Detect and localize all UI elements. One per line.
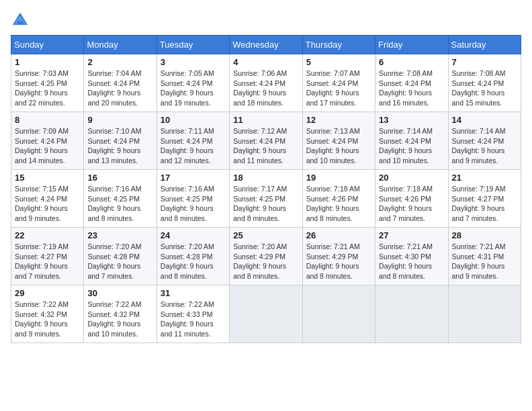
daylight-label: Daylight: 9 hours and 9 minutes. <box>15 320 68 338</box>
daylight-label: Daylight: 9 hours and 8 minutes. <box>306 204 359 222</box>
sunset-label: Sunset: 4:26 PM <box>306 195 359 203</box>
calendar-cell: 7 Sunrise: 7:08 AM Sunset: 4:24 PM Dayli… <box>448 54 521 112</box>
daylight-label: Daylight: 9 hours and 8 minutes. <box>233 262 286 280</box>
sunset-label: Sunset: 4:31 PM <box>452 253 504 261</box>
weekday-row: SundayMondayTuesdayWednesdayThursdayFrid… <box>11 36 521 54</box>
sunset-label: Sunset: 4:25 PM <box>233 195 285 203</box>
sunset-label: Sunset: 4:24 PM <box>306 79 359 87</box>
calendar-cell: 14 Sunrise: 7:14 AM Sunset: 4:24 PM Dayl… <box>448 112 521 170</box>
sunrise-label: Sunrise: 7:18 AM <box>306 185 360 193</box>
daylight-label: Daylight: 9 hours and 20 minutes. <box>87 89 140 107</box>
sunrise-label: Sunrise: 7:20 AM <box>87 242 141 250</box>
calendar-body: 1 Sunrise: 7:03 AM Sunset: 4:25 PM Dayli… <box>11 54 521 343</box>
day-number: 30 <box>87 288 152 298</box>
sunrise-label: Sunrise: 7:06 AM <box>233 69 287 77</box>
calendar-header: SundayMondayTuesdayWednesdayThursdayFrid… <box>11 36 521 54</box>
sunrise-label: Sunrise: 7:12 AM <box>233 127 287 135</box>
day-number: 1 <box>15 57 80 67</box>
day-number: 12 <box>306 115 371 125</box>
sunset-label: Sunset: 4:24 PM <box>452 137 504 145</box>
sunrise-label: Sunrise: 7:15 AM <box>15 185 69 193</box>
weekday-header-saturday: Saturday <box>448 36 521 54</box>
day-number: 8 <box>15 115 80 125</box>
sunrise-label: Sunrise: 7:16 AM <box>161 185 214 193</box>
daylight-label: Daylight: 9 hours and 11 minutes. <box>233 146 286 165</box>
sunset-label: Sunset: 4:24 PM <box>379 137 431 145</box>
daylight-label: Daylight: 9 hours and 8 minutes. <box>87 204 140 222</box>
day-number: 19 <box>306 173 371 183</box>
day-number: 27 <box>379 230 444 240</box>
day-detail: Sunrise: 7:20 AM Sunset: 4:28 PM Dayligh… <box>161 242 226 281</box>
day-detail: Sunrise: 7:18 AM Sunset: 4:26 PM Dayligh… <box>379 184 444 224</box>
calendar-week-3: 15 Sunrise: 7:15 AM Sunset: 4:24 PM Dayl… <box>11 170 521 228</box>
day-number: 7 <box>452 57 517 67</box>
calendar-table: SundayMondayTuesdayWednesdayThursdayFrid… <box>11 35 521 343</box>
calendar-cell: 5 Sunrise: 7:07 AM Sunset: 4:24 PM Dayli… <box>302 54 375 112</box>
calendar-cell: 6 Sunrise: 7:08 AM Sunset: 4:24 PM Dayli… <box>375 54 448 112</box>
sunset-label: Sunset: 4:25 PM <box>15 79 67 87</box>
sunrise-label: Sunrise: 7:20 AM <box>161 242 214 250</box>
calendar-week-4: 22 Sunrise: 7:19 AM Sunset: 4:27 PM Dayl… <box>11 228 521 285</box>
calendar-cell: 27 Sunrise: 7:21 AM Sunset: 4:30 PM Dayl… <box>375 228 448 285</box>
day-detail: Sunrise: 7:18 AM Sunset: 4:26 PM Dayligh… <box>306 184 371 224</box>
sunset-label: Sunset: 4:27 PM <box>15 253 67 261</box>
calendar-cell: 23 Sunrise: 7:20 AM Sunset: 4:28 PM Dayl… <box>84 228 157 285</box>
daylight-label: Daylight: 9 hours and 10 minutes. <box>87 320 140 338</box>
day-detail: Sunrise: 7:14 AM Sunset: 4:24 PM Dayligh… <box>379 126 444 166</box>
day-detail: Sunrise: 7:16 AM Sunset: 4:25 PM Dayligh… <box>87 184 152 224</box>
daylight-label: Daylight: 9 hours and 16 minutes. <box>379 89 432 107</box>
sunset-label: Sunset: 4:24 PM <box>233 137 285 145</box>
sunset-label: Sunset: 4:30 PM <box>379 253 431 261</box>
calendar-cell: 12 Sunrise: 7:13 AM Sunset: 4:24 PM Dayl… <box>302 112 375 170</box>
sunset-label: Sunset: 4:24 PM <box>15 195 67 203</box>
sunrise-label: Sunrise: 7:19 AM <box>15 242 69 250</box>
day-detail: Sunrise: 7:16 AM Sunset: 4:25 PM Dayligh… <box>161 184 226 224</box>
sunrise-label: Sunrise: 7:18 AM <box>379 185 433 193</box>
calendar-cell: 31 Sunrise: 7:22 AM Sunset: 4:33 PM Dayl… <box>157 285 229 343</box>
day-number: 31 <box>161 288 226 298</box>
day-number: 11 <box>233 115 298 125</box>
day-detail: Sunrise: 7:20 AM Sunset: 4:28 PM Dayligh… <box>87 242 152 281</box>
calendar-cell <box>448 285 521 343</box>
weekday-header-friday: Friday <box>375 36 448 54</box>
sunrise-label: Sunrise: 7:21 AM <box>452 242 506 250</box>
sunrise-label: Sunrise: 7:16 AM <box>87 185 141 193</box>
sunrise-label: Sunrise: 7:03 AM <box>15 69 69 77</box>
sunset-label: Sunset: 4:25 PM <box>87 195 140 203</box>
day-detail: Sunrise: 7:21 AM Sunset: 4:31 PM Dayligh… <box>452 242 517 281</box>
sunrise-label: Sunrise: 7:04 AM <box>87 69 141 77</box>
daylight-label: Daylight: 9 hours and 8 minutes. <box>233 204 286 222</box>
daylight-label: Daylight: 9 hours and 17 minutes. <box>306 89 359 107</box>
day-detail: Sunrise: 7:10 AM Sunset: 4:24 PM Dayligh… <box>87 126 152 166</box>
calendar-cell: 28 Sunrise: 7:21 AM Sunset: 4:31 PM Dayl… <box>448 228 521 285</box>
daylight-label: Daylight: 9 hours and 11 minutes. <box>161 320 214 338</box>
daylight-label: Daylight: 9 hours and 14 minutes. <box>15 146 68 165</box>
sunset-label: Sunset: 4:33 PM <box>161 310 213 318</box>
calendar-cell: 4 Sunrise: 7:06 AM Sunset: 4:24 PM Dayli… <box>230 54 302 112</box>
day-detail: Sunrise: 7:19 AM Sunset: 4:27 PM Dayligh… <box>452 184 517 224</box>
day-number: 13 <box>379 115 444 125</box>
day-detail: Sunrise: 7:22 AM Sunset: 4:32 PM Dayligh… <box>87 300 152 339</box>
sunset-label: Sunset: 4:29 PM <box>306 253 359 261</box>
sunrise-label: Sunrise: 7:19 AM <box>452 185 506 193</box>
calendar-cell: 2 Sunrise: 7:04 AM Sunset: 4:24 PM Dayli… <box>84 54 157 112</box>
daylight-label: Daylight: 9 hours and 10 minutes. <box>379 146 432 165</box>
calendar-cell <box>375 285 448 343</box>
sunset-label: Sunset: 4:25 PM <box>161 195 213 203</box>
day-number: 20 <box>379 173 444 183</box>
day-detail: Sunrise: 7:05 AM Sunset: 4:24 PM Dayligh… <box>161 68 226 108</box>
sunrise-label: Sunrise: 7:08 AM <box>452 69 506 77</box>
day-detail: Sunrise: 7:08 AM Sunset: 4:24 PM Dayligh… <box>379 68 444 108</box>
day-number: 26 <box>306 230 371 240</box>
day-detail: Sunrise: 7:07 AM Sunset: 4:24 PM Dayligh… <box>306 68 371 108</box>
weekday-header-tuesday: Tuesday <box>157 36 229 54</box>
calendar-week-5: 29 Sunrise: 7:22 AM Sunset: 4:32 PM Dayl… <box>11 285 521 343</box>
weekday-header-monday: Monday <box>84 36 157 54</box>
day-detail: Sunrise: 7:22 AM Sunset: 4:32 PM Dayligh… <box>15 300 80 339</box>
day-detail: Sunrise: 7:21 AM Sunset: 4:30 PM Dayligh… <box>379 242 444 281</box>
sunset-label: Sunset: 4:26 PM <box>379 195 431 203</box>
day-number: 14 <box>452 115 517 125</box>
daylight-label: Daylight: 9 hours and 8 minutes. <box>306 262 359 280</box>
calendar-cell <box>230 285 302 343</box>
sunset-label: Sunset: 4:32 PM <box>87 310 140 318</box>
